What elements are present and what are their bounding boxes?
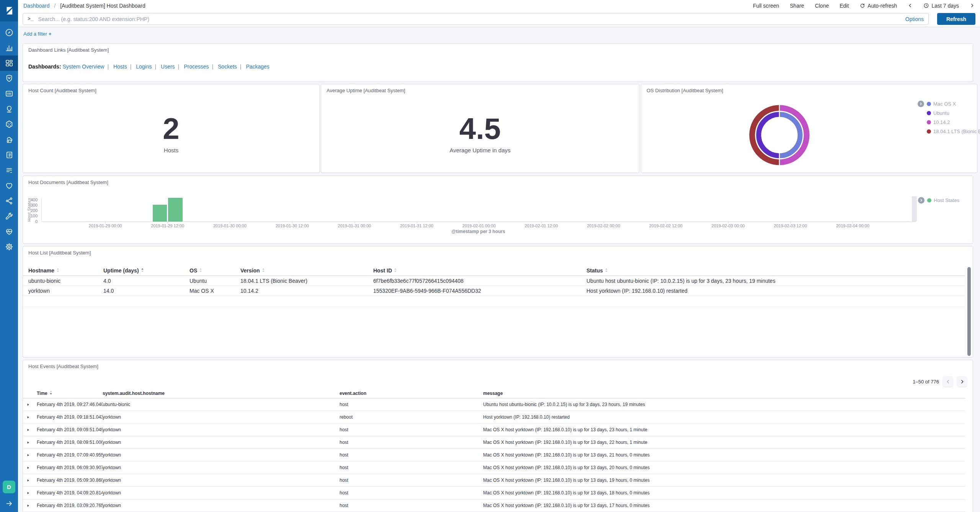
expand-row-icon[interactable] (23, 416, 37, 419)
host-list-header-host-id[interactable]: Host ID (373, 267, 586, 274)
options-link[interactable]: Options (905, 16, 924, 22)
donut-slice-mac-os-x[interactable] (779, 114, 800, 156)
sort-icon[interactable] (199, 268, 202, 272)
wrench-icon[interactable] (0, 209, 18, 224)
menu-item-full-screen[interactable]: Full screen (753, 3, 779, 9)
x-axis-tick-mark (541, 222, 542, 223)
legend-item-mac-os-x[interactable]: Mac OS X (927, 101, 980, 107)
expand-row-icon[interactable] (23, 428, 37, 432)
link-separator: | (212, 64, 214, 70)
time-forward-icon[interactable] (970, 3, 975, 8)
next-page-button[interactable] (957, 376, 967, 387)
expand-row-icon[interactable] (23, 466, 37, 470)
picture-frame-icon[interactable] (0, 86, 18, 101)
table-cell: February 4th 2019, 07:09:40.955 (37, 452, 103, 458)
breadcrumb-current: [Auditbeat System] Host Dashboard (60, 3, 145, 9)
dashboard-link-sockets[interactable]: Sockets (218, 64, 237, 70)
hex-dots-icon[interactable] (0, 117, 18, 132)
expand-row-icon[interactable] (23, 479, 37, 482)
column-label: Host ID (373, 267, 392, 274)
time-range-button[interactable]: Last 7 days (923, 3, 959, 9)
map-pin-icon[interactable] (0, 101, 18, 117)
top-menu: Full screenShareCloneEdit Auto-refresh L… (753, 3, 975, 9)
table-cell: yorktown (23, 288, 103, 294)
legend-item-18-04-1-lts-bionic-b-[interactable]: 18.04.1 LTS (Bionic B... (927, 129, 980, 134)
sidebar-nav (0, 25, 18, 254)
legend-collapse-icon[interactable] (918, 197, 924, 204)
text-lines-icon[interactable] (0, 163, 18, 178)
table-cell: February 4th 2019, 08:09:51.000 (37, 440, 103, 445)
table-cell: February 4th 2019, 06:09:30.907 (37, 465, 103, 470)
dashboard-link-users[interactable]: Users (161, 64, 175, 70)
host-list-scrollbar[interactable] (967, 267, 971, 356)
sort-icon[interactable] (394, 268, 397, 272)
table-cell: 14.0 (103, 288, 189, 294)
time-back-icon[interactable] (908, 3, 913, 8)
expand-row-icon[interactable] (23, 403, 37, 406)
histogram-bar[interactable] (168, 198, 183, 222)
add-filter-link[interactable]: Add a filter + (23, 31, 51, 37)
scroll-icon[interactable] (0, 147, 18, 163)
collapse-nav-icon[interactable] (5, 499, 13, 509)
host-list-header-version[interactable]: Version (240, 267, 373, 274)
dashboard-link-packages[interactable]: Packages (246, 64, 269, 70)
table-cell: ubuntu-bionic (103, 402, 340, 407)
sort-icon[interactable] (49, 390, 52, 395)
host-list-header-hostname[interactable]: Hostname (23, 267, 103, 274)
sort-icon[interactable] (605, 268, 608, 272)
breadcrumb-dashboard-link[interactable]: Dashboard (23, 3, 50, 9)
menu-item-edit[interactable]: Edit (840, 3, 849, 9)
sort-icon[interactable] (262, 268, 265, 272)
search-input[interactable]: >_ Search... (e.g. status:200 AND extens… (23, 13, 929, 25)
dashboard-link-hosts[interactable]: Hosts (113, 64, 127, 70)
host-events-header-time[interactable]: Time (37, 390, 103, 396)
heart-pulse-icon[interactable] (0, 224, 18, 239)
share-nodes-icon[interactable] (0, 193, 18, 209)
donut-slice-ubuntu[interactable] (759, 114, 779, 156)
expand-row-icon[interactable] (23, 504, 37, 507)
menu-item-share[interactable]: Share (790, 3, 804, 9)
host-list-header-os[interactable]: OS (189, 267, 240, 274)
heart-icon[interactable] (0, 178, 18, 193)
previous-page-button[interactable] (942, 376, 953, 387)
table-cell: host (340, 503, 483, 508)
refresh-button[interactable]: Refresh (937, 13, 975, 25)
host-list-table: HostnameUptime (days)OSVersionHost IDSta… (23, 266, 965, 296)
legend-collapse-icon[interactable] (918, 101, 924, 107)
host-list-header-uptime-days-[interactable]: Uptime (days) (103, 267, 189, 274)
host-events-header-event-action[interactable]: event.action (340, 391, 483, 396)
host-events-header-system-audit-host-hostname[interactable]: system.audit.host.hostname (103, 391, 340, 396)
legend-item-ubuntu[interactable]: Ubuntu (927, 110, 980, 116)
panel-title: Host List [Auditbeat System] (28, 250, 91, 256)
menu-item-clone[interactable]: Clone (815, 3, 829, 9)
auto-refresh-button[interactable]: Auto-refresh (859, 3, 897, 9)
shield-icon[interactable] (0, 71, 18, 86)
dashboard-link-logins[interactable]: Logins (136, 64, 152, 70)
host-count-value: 2 (163, 114, 179, 143)
legend-label: Ubuntu (933, 110, 949, 116)
dashboard-grid-icon[interactable] (0, 55, 18, 71)
sort-icon[interactable] (56, 268, 59, 272)
panel-average-uptime: Average Uptime [Auditbeat System] 4.5 Av… (321, 84, 639, 173)
pagination: 1–50 of 776 (913, 376, 967, 387)
legend-item-10-14-2[interactable]: 10.14.2 (927, 119, 980, 125)
dashboard-link-system-overview[interactable]: System Overview (62, 64, 104, 70)
cloud-server-icon[interactable] (0, 132, 18, 147)
top-navigation-bar: Dashboard / [Auditbeat System] Host Dash… (18, 0, 980, 11)
link-separator: | (155, 64, 157, 70)
table-cell: Mac OS X host yorktown (IP: 192.168.0.10… (483, 452, 965, 458)
expand-row-icon[interactable] (23, 441, 37, 444)
legend-item-host-states[interactable]: Host States (927, 197, 959, 203)
host-events-header-message[interactable]: message (483, 391, 965, 396)
gear-icon[interactable] (0, 239, 18, 254)
sort-icon[interactable] (141, 268, 144, 272)
histogram-bar[interactable] (153, 205, 167, 222)
dashboard-link-processes[interactable]: Processes (184, 64, 209, 70)
kibana-logo[interactable] (0, 0, 18, 21)
expand-row-icon[interactable] (23, 453, 37, 457)
space-avatar[interactable]: D (3, 481, 15, 493)
bar-chart-icon[interactable] (0, 40, 18, 55)
compass-icon[interactable] (0, 25, 18, 40)
expand-row-icon[interactable] (23, 491, 37, 495)
host-list-header-status[interactable]: Status (586, 267, 965, 274)
